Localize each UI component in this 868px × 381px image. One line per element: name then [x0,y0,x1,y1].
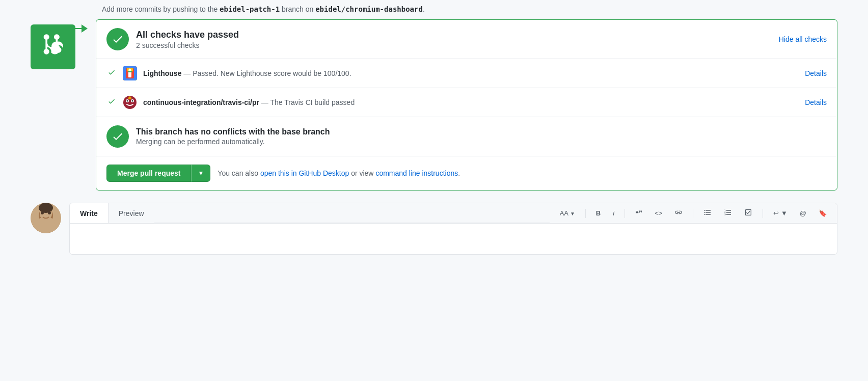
link-button[interactable] [672,207,685,219]
repo-name: ebidel/chromium-dashboard [315,5,423,13]
avatar-image [31,203,61,233]
travis-name: continuous-integration/travis-ci/pr [143,98,259,106]
merge-pull-request-button[interactable]: Merge pull request [106,165,191,182]
merge-dropdown-button[interactable]: ▼ [191,165,210,182]
no-conflict-section: This branch has no conflicts with the ba… [96,117,837,156]
hide-all-checks-link[interactable]: Hide all checks [779,35,827,43]
top-description: Add more commits by pushing to the ebide… [31,5,837,13]
merge-dropdown-arrow: ▼ [198,170,204,177]
no-conflict-icon [106,125,129,148]
toolbar-sep-1 [585,209,586,218]
pr-status-section: All checks have passed 2 successful chec… [31,19,837,190]
svg-point-10 [132,100,133,102]
comment-input-area[interactable] [70,224,837,254]
lighthouse-check-icon [106,68,117,78]
lighthouse-service-icon [123,66,137,80]
comment-section: Write Preview AA ▼ B i ❝❞ <> [31,203,837,255]
travis-check-row: continuous-integration/travis-ci/pr — Th… [96,88,837,117]
successful-checks-count: 2 successful checks [136,41,239,49]
all-checks-passed-icon [106,28,129,50]
svg-point-9 [127,100,128,102]
reply-button[interactable]: ↩ ▼ [771,208,789,218]
quote-button[interactable]: ❝❞ [633,208,644,218]
toolbar-sep-2 [625,209,625,218]
italic-button[interactable]: i [611,208,616,218]
travis-check-text: continuous-integration/travis-ci/pr — Th… [143,98,799,106]
lighthouse-name: Lighthouse [143,69,181,77]
toolbar-sep-4 [763,209,763,218]
lighthouse-details-link[interactable]: Details [805,69,827,77]
svg-point-5 [129,69,131,71]
comment-toolbar: AA ▼ B i ❝❞ <> [550,203,837,223]
no-conflict-subtitle: Merging can be performed automatically. [136,138,330,146]
svg-rect-12 [129,96,130,98]
code-button[interactable]: <> [653,208,664,218]
open-in-github-desktop-link[interactable]: open this in GitHub Desktop [260,169,349,177]
svg-rect-4 [128,71,132,72]
font-size-button[interactable]: AA ▼ [558,208,577,218]
merge-button-group: Merge pull request ▼ [106,165,210,182]
checks-header-left: All checks have passed 2 successful chec… [106,28,239,50]
checks-panel: All checks have passed 2 successful chec… [96,19,837,190]
all-checks-title: All checks have passed [136,30,239,40]
travis-description: — The Travis CI build passed [259,98,355,106]
help-prefix: You can also [218,169,260,177]
branch-name: ebidel-patch-1 [220,5,280,13]
connector [75,24,88,33]
help-suffix: . [458,169,460,177]
merge-help-text: You can also open this in GitHub Desktop… [218,169,460,177]
git-merge-icon [42,33,64,61]
command-line-instructions-link[interactable]: command line instructions [375,169,458,177]
travis-check-icon [106,97,117,107]
no-conflict-text: This branch has no conflicts with the ba… [136,127,330,146]
user-avatar [31,203,61,233]
bookmark-button[interactable]: 🔖 [817,208,829,218]
lighthouse-description: — Passed. New Lighthouse score would be … [181,69,351,77]
comment-tabs: Write Preview AA ▼ B i ❝❞ <> [70,203,837,224]
write-tab[interactable]: Write [70,203,108,224]
unordered-list-button[interactable] [701,207,714,219]
toolbar-sep-3 [693,209,693,218]
git-icon-wrapper [31,24,75,69]
no-conflict-title: This branch has no conflicts with the ba… [136,127,330,137]
bold-button[interactable]: B [594,208,603,218]
merge-section: Merge pull request ▼ You can also open t… [96,156,837,190]
checks-header: All checks have passed 2 successful chec… [96,20,837,59]
checks-title-group: All checks have passed 2 successful chec… [136,30,239,49]
comment-box: Write Preview AA ▼ B i ❝❞ <> [69,203,837,255]
preview-tab[interactable]: Preview [108,203,154,223]
help-middle: or view [349,169,375,177]
lighthouse-check-row: Lighthouse — Passed. New Lighthouse scor… [96,59,837,88]
travis-service-icon [123,95,137,110]
mention-button[interactable]: @ [798,208,808,218]
task-list-button[interactable] [742,207,754,219]
lighthouse-check-text: Lighthouse — Passed. New Lighthouse scor… [143,69,799,77]
tab-spacer [154,203,550,223]
svg-point-19 [39,203,53,213]
ordered-list-button[interactable] [722,207,734,219]
travis-details-link[interactable]: Details [805,98,827,106]
